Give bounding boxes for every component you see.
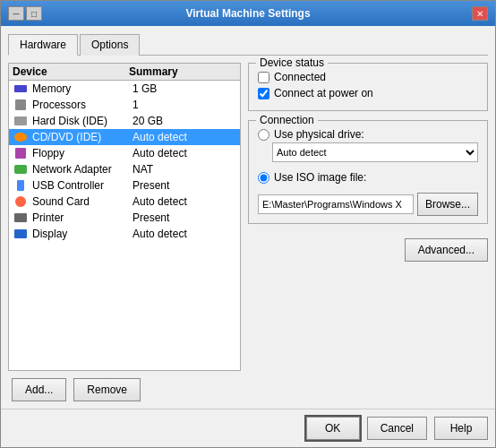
title-bar: ─ □ Virtual Machine Settings ✕ [1,1,495,26]
row-summary: Auto detect [133,147,236,159]
table-row[interactable]: CD/DVD (IDE) Auto detect [9,129,240,145]
row-device: Processors [32,99,133,111]
add-button[interactable]: Add... [12,378,66,401]
footer: OK Cancel Help [1,409,495,447]
table-row[interactable]: Processors 1 [9,97,240,113]
table-row[interactable]: Hard Disk (IDE) 20 GB [9,113,240,129]
cancel-button[interactable]: Cancel [367,417,427,440]
left-panel: Device Summary Memory 1 GB Processors 1 … [8,63,241,401]
table-row[interactable]: Network Adapter NAT [9,161,240,177]
main-content: Device Summary Memory 1 GB Processors 1 … [8,63,488,401]
connected-checkbox[interactable] [258,72,269,83]
row-device: USB Controller [32,179,133,192]
connection-label: Connection [256,114,318,126]
browse-button[interactable]: Browse... [417,193,478,216]
connect-power-row: Connect at power on [258,87,478,99]
row-device: CD/DVD (IDE) [32,131,133,143]
net-icon [13,163,29,176]
row-device: Display [32,228,133,240]
tab-bar: Hardware Options [8,33,488,56]
restore-button[interactable]: □ [26,6,42,21]
cpu-icon [13,99,29,111]
floppy-icon [13,147,29,159]
memory-icon [13,82,29,95]
row-summary: Auto detect [133,131,236,143]
window-body: Hardware Options Device Summary Memory 1… [1,26,495,409]
printer-icon [13,211,29,224]
row-device: Memory [32,82,133,95]
row-device: Network Adapter [32,163,133,176]
advanced-button[interactable]: Advanced... [405,238,488,262]
tab-options[interactable]: Options [80,34,140,56]
iso-row: Use ISO image file: [258,171,478,184]
connect-power-label: Connect at power on [274,87,373,99]
table-row[interactable]: USB Controller Present [9,177,240,194]
table-row[interactable]: Floppy Auto detect [9,145,240,161]
physical-drive-radio[interactable] [258,129,269,141]
radio-group: Use physical drive: Auto detect Use ISO … [258,128,478,216]
row-summary: Present [133,211,236,224]
close-button[interactable]: ✕ [472,6,488,21]
virtual-machine-settings-window: ─ □ Virtual Machine Settings ✕ Hardware … [0,0,496,448]
row-device: Printer [32,211,133,224]
device-status-group: Device status Connected Connect at power… [248,63,488,111]
table-row[interactable]: Printer Present [9,210,240,226]
device-status-label: Device status [256,56,328,69]
table-header: Device Summary [9,64,240,81]
iso-label: Use ISO image file: [274,171,366,184]
usb-icon [13,179,29,192]
row-device: Floppy [32,147,133,159]
table-row[interactable]: Sound Card Auto detect [9,194,240,210]
row-summary: Auto detect [133,195,236,208]
col-device-header: Device [13,65,129,78]
hdd-icon [13,115,29,127]
bottom-buttons: Add... Remove [8,378,241,401]
connected-row: Connected [258,71,478,83]
col-summary-header: Summary [129,65,236,78]
row-summary: NAT [133,163,236,176]
row-device: Hard Disk (IDE) [32,115,133,127]
advanced-btn-container: Advanced... [405,238,488,262]
row-summary: 1 [133,99,236,111]
table-row[interactable]: Memory 1 GB [9,81,240,97]
display-icon [13,228,29,240]
device-table: Device Summary Memory 1 GB Processors 1 … [8,63,241,371]
cd-icon [13,131,29,143]
minimize-button[interactable]: ─ [8,6,24,21]
tab-hardware[interactable]: Hardware [8,34,78,56]
right-panel: Device status Connected Connect at power… [248,63,488,401]
row-device: Sound Card [32,195,133,208]
help-button[interactable]: Help [434,417,488,440]
ok-button[interactable]: OK [306,417,360,440]
iso-path-input[interactable] [258,194,414,214]
row-summary: 20 GB [133,115,236,127]
window-title: Virtual Machine Settings [53,7,443,20]
sound-icon [13,195,29,208]
connected-label: Connected [274,71,326,83]
table-row[interactable]: Display Auto detect [9,226,240,242]
connect-power-checkbox[interactable] [258,88,269,99]
row-summary: 1 GB [133,82,236,95]
connection-group: Connection Use physical drive: Auto dete… [248,120,488,224]
row-summary: Auto detect [133,228,236,240]
physical-drive-label: Use physical drive: [274,128,364,141]
physical-drive-select[interactable]: Auto detect [272,142,478,162]
remove-button[interactable]: Remove [73,378,141,401]
iso-path-row: Browse... [258,193,478,216]
row-summary: Present [133,179,236,192]
physical-drive-row: Use physical drive: [258,128,478,141]
iso-radio[interactable] [258,172,269,184]
